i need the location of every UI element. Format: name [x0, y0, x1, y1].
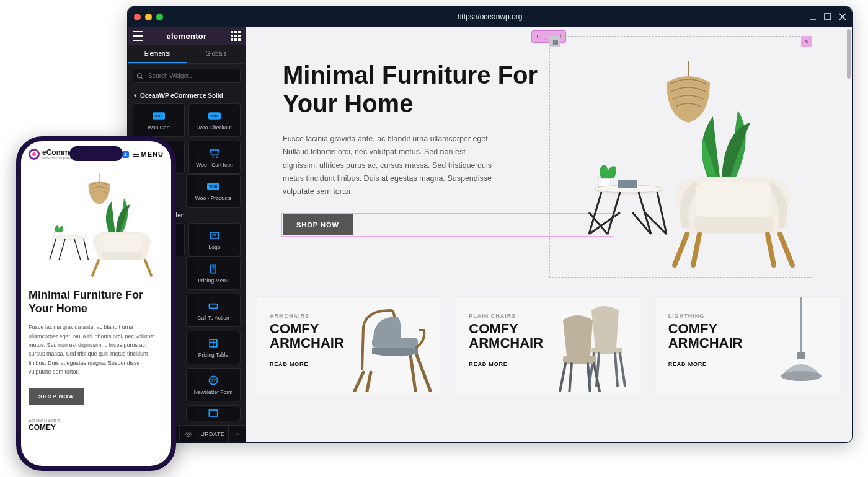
- window-minimize-button[interactable]: [145, 14, 152, 20]
- woo-icon: woo: [208, 110, 221, 122]
- widget-extra[interactable]: [186, 405, 241, 421]
- svg-point-20: [187, 433, 189, 435]
- card-title: COMFYARMCHAIR: [668, 322, 743, 350]
- widget-woo-cart-icon[interactable]: Woo - Cart Icon: [188, 141, 241, 174]
- mobile-hero-description: Fusce lacinia gravida ante, ac blandit u…: [29, 323, 164, 376]
- panel-apps-icon[interactable]: [231, 31, 241, 41]
- widget-woo-products[interactable]: woo Woo - Products: [186, 174, 241, 208]
- window-traffic-lights: [134, 14, 163, 20]
- widget-woo-cart[interactable]: woo Woo Cart: [133, 103, 185, 137]
- hero-heading: Minimal Furniture For Your Home: [283, 61, 549, 118]
- address-bar-url: https://oceanwp.org: [458, 12, 523, 21]
- card-image: [551, 299, 637, 392]
- hero-description: Fusce lacinia gravida ante, ac blandit u…: [283, 133, 494, 198]
- woo-icon: woo: [153, 110, 165, 122]
- mobile-menu-button[interactable]: MENU: [133, 151, 164, 158]
- logo-icon: [208, 229, 221, 242]
- footer-update-button[interactable]: UPDATE: [197, 431, 228, 437]
- pricing-table-icon: [207, 337, 219, 349]
- card-read-more-link[interactable]: READ MORE: [668, 361, 707, 367]
- widget-woo-checkout[interactable]: woo Woo Checkout: [188, 103, 241, 137]
- footer-chevron-up-icon[interactable]: [228, 426, 246, 442]
- mobile-hero-image: [31, 167, 161, 285]
- card-category: PLAIN CHAIRS: [469, 313, 543, 319]
- product-cards-row: ARMCHAIRS COMFYARMCHAIR READ MORE: [246, 290, 852, 410]
- phone-notch: [69, 146, 123, 161]
- svg-rect-30: [591, 348, 622, 354]
- minimize-icon[interactable]: [808, 12, 817, 21]
- logo-mark-icon: [29, 149, 40, 160]
- widget-newsletter-form[interactable]: Newsletter Form: [186, 368, 241, 401]
- widget-label: Logo: [209, 244, 221, 250]
- svg-text:woo: woo: [210, 114, 218, 118]
- mobile-card-category: ARMCHAIRS: [29, 419, 164, 423]
- maximize-icon[interactable]: [823, 12, 832, 21]
- card-armchairs[interactable]: ARMCHAIRS COMFYARMCHAIR READ MORE: [257, 296, 442, 395]
- svg-rect-40: [103, 234, 141, 252]
- cta-icon: [207, 300, 219, 312]
- card-image: [773, 297, 829, 390]
- hero-image-column[interactable]: ▦ ✎: [549, 61, 815, 271]
- card-read-more-link[interactable]: READ MORE: [469, 361, 507, 367]
- widget-label: Woo Cart: [148, 125, 170, 131]
- widget-call-to-action[interactable]: Call To Action: [186, 294, 241, 327]
- widget-label: Pricing Table: [198, 352, 229, 358]
- elementor-logo: elementor: [167, 32, 207, 41]
- hamburger-icon: [133, 152, 139, 157]
- svg-rect-26: [618, 180, 637, 188]
- hero-text-column[interactable]: Minimal Furniture For Your Home Fusce la…: [283, 61, 549, 271]
- widget-pricing-table[interactable]: Pricing Table: [186, 331, 241, 364]
- footer-preview-icon[interactable]: [180, 426, 197, 442]
- browser-window: https://oceanwp.org elementor Elements G…: [127, 6, 852, 443]
- widget-label: Newsletter Form: [194, 389, 232, 395]
- widget-search-input[interactable]: [133, 69, 241, 83]
- svg-rect-29: [372, 338, 418, 348]
- svg-point-8: [216, 156, 218, 158]
- tab-elements[interactable]: Elements: [128, 45, 187, 63]
- hero-heading-line2: Your Home: [283, 89, 549, 118]
- window-controls-right: [808, 12, 847, 21]
- logo-text: eComm: [42, 149, 71, 156]
- column-handle-icon[interactable]: ▦: [549, 36, 560, 47]
- hero-heading-line1: Minimal Furniture For: [283, 61, 538, 89]
- mobile-card-title-fragment: COMEY: [29, 423, 164, 432]
- mobile-shop-now-button[interactable]: SHOP NOW: [29, 388, 84, 405]
- widget-label: Pricing Menu: [198, 278, 229, 284]
- widget-label: Call To Action: [197, 315, 229, 321]
- card-plain-chairs[interactable]: PLAIN CHAIRS COMFYARMCHAIR READ MORE: [456, 296, 641, 395]
- editor-canvas[interactable]: + ⋮⋮ × Minimal Furniture For Your Home F…: [246, 27, 852, 442]
- svg-point-34: [781, 371, 822, 381]
- section-add-icon[interactable]: +: [532, 31, 543, 42]
- card-lighting[interactable]: LIGHTHING COMFYARMCHAIR READ MORE: [655, 296, 841, 395]
- tab-globals[interactable]: Globals: [187, 45, 246, 63]
- svg-point-7: [212, 156, 214, 158]
- widget-pricing-menu[interactable]: Pricing Menu: [186, 256, 241, 290]
- image-icon: [207, 407, 219, 419]
- canvas-scrollbar[interactable]: [847, 29, 851, 440]
- mobile-logo[interactable]: eComm blocks and templates: [29, 149, 71, 160]
- close-icon[interactable]: [838, 12, 847, 21]
- svg-point-38: [53, 236, 87, 240]
- svg-point-1: [137, 73, 141, 77]
- svg-rect-27: [694, 216, 774, 233]
- card-category: ARMCHAIRS: [270, 313, 344, 319]
- svg-rect-31: [563, 356, 596, 364]
- hero-furniture-image: [549, 61, 815, 271]
- svg-rect-0: [825, 14, 831, 20]
- svg-rect-17: [209, 410, 217, 416]
- window-close-button[interactable]: [134, 14, 141, 20]
- menu-label: MENU: [141, 151, 164, 158]
- column-edit-icon[interactable]: ✎: [801, 36, 812, 47]
- card-image: [351, 299, 438, 392]
- widget-logo[interactable]: Logo: [188, 223, 241, 256]
- category-ecommerce-solid[interactable]: OceanWP eCommerce Solid: [128, 88, 246, 103]
- card-read-more-link[interactable]: READ MORE: [270, 361, 308, 367]
- widget-search: [133, 69, 241, 83]
- widget-label: Woo - Cart Icon: [196, 162, 232, 168]
- mobile-hero-heading: Minimal Furniture ForYour Home: [29, 289, 164, 315]
- shop-now-button[interactable]: SHOP NOW: [283, 214, 353, 235]
- panel-menu-icon[interactable]: [133, 31, 143, 41]
- widget-label: Woo - Products: [195, 195, 231, 201]
- pricing-menu-icon: [207, 263, 219, 275]
- window-zoom-button[interactable]: [156, 14, 163, 20]
